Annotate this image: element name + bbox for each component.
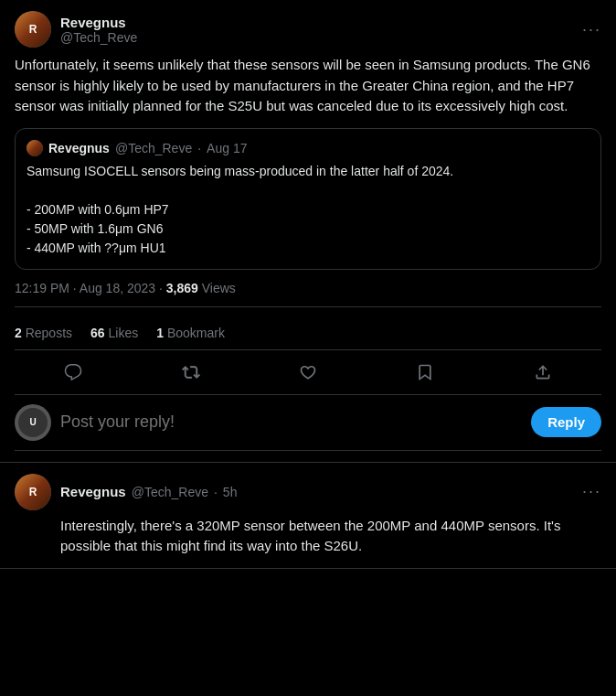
comment-header-left: R Revegnus @Tech_Reve · 5h bbox=[15, 474, 237, 510]
comment-avatar[interactable]: R bbox=[15, 474, 51, 510]
bookmarks-count: 1 bbox=[156, 326, 164, 340]
avatar-image: R bbox=[15, 11, 51, 48]
tweet-body: Unfortunately, it seems unlikely that th… bbox=[15, 55, 601, 117]
views-label: Views bbox=[202, 281, 236, 295]
comment-time: 5h bbox=[223, 485, 238, 499]
quoted-line-3: - 50MP with 1.6μm GN6 bbox=[27, 221, 163, 236]
reply-avatar: U bbox=[15, 404, 51, 441]
divider-1 bbox=[15, 306, 601, 307]
comment-tweet: R Revegnus @Tech_Reve · 5h ··· Interesti… bbox=[0, 463, 616, 569]
quoted-body: Samsung ISOCELL sensors being mass-produ… bbox=[27, 162, 589, 258]
bookmark-icon bbox=[416, 363, 434, 381]
timestamp: 12:19 PM · Aug 18, 2023 bbox=[15, 281, 155, 295]
display-name: Revegnus bbox=[60, 15, 137, 30]
reply-avatar-image: U bbox=[18, 408, 48, 437]
tweet-meta: 12:19 PM · Aug 18, 2023 · 3,869 Views bbox=[15, 281, 601, 295]
quoted-dot: · bbox=[197, 141, 201, 155]
reply-input[interactable] bbox=[60, 412, 522, 432]
tweet-header: R Revegnus @Tech_Reve ··· bbox=[15, 11, 601, 48]
quoted-line-2: - 200MP with 0.6μm HP7 bbox=[27, 202, 169, 217]
username: @Tech_Reve bbox=[60, 30, 137, 45]
comment-icon bbox=[64, 363, 82, 381]
quoted-tweet-header: Revegnus @Tech_Reve · Aug 17 bbox=[27, 140, 589, 156]
likes-count: 66 bbox=[90, 326, 105, 340]
comment-avatar-image: R bbox=[15, 474, 51, 510]
comment-button[interactable] bbox=[58, 358, 88, 387]
main-tweet: R Revegnus @Tech_Reve ··· Unfortunately,… bbox=[0, 0, 616, 463]
bookmark-button[interactable] bbox=[410, 358, 440, 387]
bookmarks-stat[interactable]: 1 Bookmark bbox=[156, 326, 225, 340]
avatar[interactable]: R bbox=[15, 11, 51, 48]
reposts-label: Reposts bbox=[26, 326, 72, 340]
likes-stat[interactable]: 66 Likes bbox=[90, 326, 138, 340]
quoted-line-1: Samsung ISOCELL sensors being mass-produ… bbox=[27, 164, 453, 178]
retweet-button[interactable] bbox=[176, 358, 206, 387]
retweet-icon bbox=[182, 363, 200, 381]
stats-row: 2 Reposts 66 Likes 1 Bookmark bbox=[15, 316, 601, 350]
views-count: 3,869 bbox=[166, 281, 198, 295]
share-button[interactable] bbox=[528, 358, 558, 387]
quoted-line-4: - 440MP with ??μm HU1 bbox=[27, 241, 166, 255]
quoted-display-name: Revegnus bbox=[48, 141, 110, 155]
like-icon bbox=[299, 363, 317, 381]
quoted-avatar-image bbox=[27, 140, 43, 156]
user-info: Revegnus @Tech_Reve bbox=[60, 15, 137, 45]
bookmarks-label: Bookmark bbox=[167, 326, 225, 340]
quoted-handle: @Tech_Reve bbox=[115, 141, 192, 155]
comment-display-name: Revegnus bbox=[60, 484, 126, 499]
like-button[interactable] bbox=[293, 358, 323, 387]
comment-header: R Revegnus @Tech_Reve · 5h ··· bbox=[15, 474, 601, 510]
comment-separator: · bbox=[214, 485, 218, 499]
more-options-icon[interactable]: ··· bbox=[582, 20, 601, 39]
comment-user-info: Revegnus @Tech_Reve · 5h bbox=[60, 484, 237, 499]
reposts-count: 2 bbox=[15, 326, 22, 340]
quoted-tweet[interactable]: Revegnus @Tech_Reve · Aug 17 Samsung ISO… bbox=[15, 128, 601, 270]
comment-more-options-icon[interactable]: ··· bbox=[582, 482, 601, 501]
reply-input-row: U Reply bbox=[15, 395, 601, 451]
reply-button[interactable]: Reply bbox=[531, 407, 601, 437]
comment-body: Interestingly, there's a 320MP sensor be… bbox=[15, 516, 601, 557]
share-icon bbox=[534, 363, 552, 381]
quoted-avatar bbox=[27, 140, 43, 156]
actions-row bbox=[15, 350, 601, 395]
tweet-header-left: R Revegnus @Tech_Reve bbox=[15, 11, 137, 48]
likes-label: Likes bbox=[109, 326, 139, 340]
comment-handle: @Tech_Reve bbox=[132, 485, 208, 499]
quoted-date: Aug 17 bbox=[207, 141, 247, 155]
reposts-stat[interactable]: 2 Reposts bbox=[15, 326, 72, 340]
